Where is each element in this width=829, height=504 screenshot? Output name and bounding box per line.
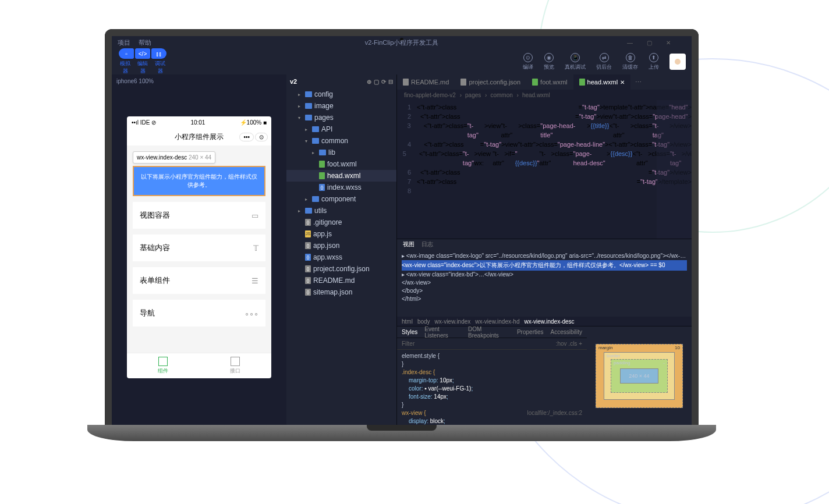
tab-project.config.json[interactable]: project.config.json <box>455 74 526 90</box>
file-.gitignore[interactable]: {}.gitignore <box>286 216 396 228</box>
laptop-frame: 项目 帮助 v2-FinClip小程序开发工具 — ▢ ✕ ▫ </> ⫿⫿ 模… <box>87 29 716 460</box>
toolbar-预览[interactable]: ◉预览 <box>544 53 554 71</box>
elements-tree[interactable]: ▸ <wx-image class="index-logo" src="../r… <box>397 250 692 317</box>
avatar[interactable] <box>669 54 686 70</box>
editor-toggle[interactable]: </> <box>135 48 150 59</box>
file-index.wxss[interactable]: {}index.wxss <box>286 182 396 193</box>
phone-statusbar: ••ıl IDE ⊘ 10:01 ⚡100% ■ <box>127 116 271 128</box>
folder-utils[interactable]: ▸utils <box>286 205 396 216</box>
list-item[interactable]: 基础内容𝕋 <box>133 235 265 261</box>
list-item[interactable]: 视图容器▭ <box>133 202 265 229</box>
list-item[interactable]: 导航∘∘∘ <box>133 300 265 326</box>
window-title: v2-FinClip小程序开发工具 <box>365 38 439 47</box>
folder-common[interactable]: ▾common <box>286 135 396 147</box>
editor-panel: README.mdproject.config.jsonfoot.wxmlhea… <box>397 74 692 425</box>
css-rules[interactable]: element.style {}.index-desc {</span></di… <box>397 350 587 425</box>
toolbar-真机调试[interactable]: 📱真机调试 <box>565 53 586 71</box>
folder-lib[interactable]: ▸lib <box>286 147 396 158</box>
screen: 项目 帮助 v2-FinClip小程序开发工具 — ▢ ✕ ▫ </> ⫿⫿ 模… <box>105 29 699 425</box>
devtools-tab-view[interactable]: 视图 <box>403 240 414 249</box>
style-tab[interactable]: Event Listeners <box>424 326 461 339</box>
menu-help[interactable]: 帮助 <box>139 38 151 47</box>
new-folder-icon[interactable]: ▢ <box>374 79 379 85</box>
close-icon[interactable]: ✕ <box>666 40 671 46</box>
file-explorer: v2 ⊕ ▢ ⟳ ⊟ ▸config▸image▾pages▸API▾commo… <box>286 74 397 425</box>
file-foot.wxml[interactable]: foot.wxml <box>286 158 396 170</box>
element-path[interactable]: htmlbodywx-view.indexwx-view.index-hdwx-… <box>397 317 692 326</box>
phone-tab[interactable]: 组件 <box>127 353 199 378</box>
project-root: v2 <box>290 78 297 85</box>
toolbar-切后台[interactable]: ⇄切后台 <box>596 53 612 71</box>
file-app.wxss[interactable]: {}app.wxss <box>286 251 396 263</box>
devtools-tab-log[interactable]: 日志 <box>421 240 433 249</box>
toolbar-清缓存[interactable]: 🗑清缓存 <box>622 53 638 71</box>
file-README.md[interactable]: {}README.md <box>286 275 396 286</box>
phone-tab[interactable]: 接口 <box>199 353 271 378</box>
editor-label: 编辑器 <box>135 60 150 75</box>
file-head.wxml[interactable]: head.wxml <box>286 170 396 182</box>
maximize-icon[interactable]: ▢ <box>647 40 652 46</box>
phone-title: 小程序组件展示 ••• ⊙ <box>127 128 271 145</box>
simulator-label: 模拟器 <box>118 60 133 75</box>
debugger-label: 调试器 <box>153 60 168 75</box>
hov-cls-toggle[interactable]: :hov .cls + <box>556 340 582 347</box>
file-app.json[interactable]: {}app.json <box>286 240 396 251</box>
box-model: margin10 border- padding- 240 × 44 <box>587 326 692 425</box>
style-tab[interactable]: Accessibility <box>551 329 582 335</box>
filter-input[interactable]: Filter <box>402 340 414 347</box>
simulator-toggle[interactable]: ▫ <box>119 48 134 59</box>
devtools: 视图 日志 ▸ <wx-image class="index-logo" src… <box>397 239 692 425</box>
toolbar-编译[interactable]: ⊙编译 <box>523 53 533 71</box>
tab-README.md[interactable]: README.md <box>397 74 455 90</box>
laptop-base <box>87 425 716 441</box>
phone-preview: ••ıl IDE ⊘ 10:01 ⚡100% ■ 小程序组件展示 ••• ⊙ <box>127 116 271 378</box>
more-icon[interactable]: ••• <box>239 133 254 141</box>
file-app.js[interactable]: JSapp.js <box>286 228 396 240</box>
list-item[interactable]: 表单组件☰ <box>133 267 265 294</box>
collapse-icon[interactable]: ⊟ <box>388 79 393 85</box>
folder-config[interactable]: ▸config <box>286 88 396 100</box>
file-project.config.json[interactable]: {}project.config.json <box>286 263 396 275</box>
minimize-icon[interactable]: — <box>627 40 633 46</box>
code-editor[interactable]: 1<"t-attr">class="t-tag">template "t-att… <box>397 100 692 239</box>
menubar: 项目 帮助 v2-FinClip小程序开发工具 — ▢ ✕ <box>112 36 692 49</box>
minimap[interactable] <box>657 100 692 239</box>
selected-element[interactable]: 以下将展示小程序官方组件能力，组件样式仅供参考。 <box>133 166 265 196</box>
refresh-icon[interactable]: ⟳ <box>381 79 386 85</box>
new-file-icon[interactable]: ⊕ <box>367 79 371 85</box>
folder-image[interactable]: ▸image <box>286 100 396 112</box>
inspect-tooltip: wx-view.index-desc 240 × 44 <box>133 151 215 164</box>
close-circle-icon[interactable]: ⊙ <box>255 133 268 141</box>
debugger-toggle[interactable]: ⫿⫿ <box>151 48 166 59</box>
device-label: iphone6 100% <box>112 74 286 87</box>
simulator-panel: iphone6 100% ••ıl IDE ⊘ 10:01 ⚡100% ■ 小程… <box>112 74 286 425</box>
folder-pages[interactable]: ▾pages <box>286 112 396 123</box>
folder-component[interactable]: ▸component <box>286 193 396 205</box>
toolbar-上传[interactable]: ⬆上传 <box>649 53 659 71</box>
style-tab[interactable]: Properties <box>517 329 544 335</box>
breadcrumb: fino-applet-demo-v2pagescommonhead.wxml <box>397 90 692 100</box>
toolbar: ▫ </> ⫿⫿ 模拟器 编辑器 调试器 ⊙编译◉预览📱真机调试⇄切后台🗑清缓存… <box>112 49 692 74</box>
tab-head.wxml[interactable]: head.wxml✕ <box>573 74 631 90</box>
menu-project[interactable]: 项目 <box>118 38 130 47</box>
file-sitemap.json[interactable]: {}sitemap.json <box>286 286 396 298</box>
tab-more[interactable]: ⋯ <box>630 74 646 90</box>
style-tab[interactable]: DOM Breakpoints <box>468 326 510 339</box>
folder-API[interactable]: ▸API <box>286 123 396 135</box>
style-tab[interactable]: Styles <box>402 329 417 335</box>
tab-foot.wxml[interactable]: foot.wxml <box>526 74 573 90</box>
